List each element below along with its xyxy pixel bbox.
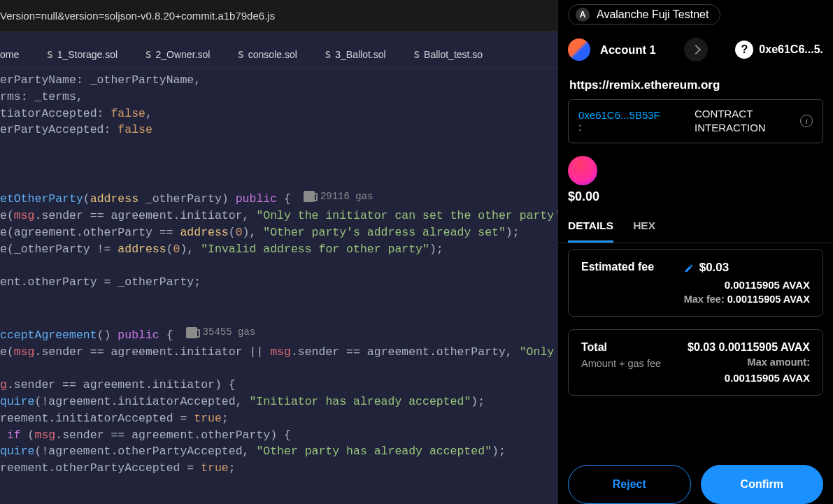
account-avatar [568,38,590,61]
wallet-panel: A Avalanche Fuji Testnet Account 1 ? 0xe… [557,0,833,504]
network-name: Avalanche Fuji Testnet [597,8,709,21]
dapp-origin: https://remix.ethereum.org [569,78,822,92]
code-line: e(msg.sender == agreement.initiator || m… [0,345,557,359]
code-editor[interactable]: erPartyName: _otherPartyName, rms: _term… [0,68,557,504]
tab-owner[interactable]: S2_Owner.sol [145,49,210,60]
total-title: Total [581,341,661,354]
estimated-fee-title: Estimated fee [581,261,654,273]
token-icon [568,156,597,185]
tab-ballot-test[interactable]: SBallot_test.so [414,49,483,60]
fee-native: 0.00115905 AVAX [684,279,810,291]
transaction-type: CONTRACT INTERACTION [695,107,766,136]
gas-value: 29116 gas [320,189,373,206]
code-line: etOtherParty(address _otherParty) public… [0,192,373,206]
recipient-address: 0xe61C6...5. [759,43,823,56]
tab-console-label: console.sol [248,49,297,60]
transaction-box: 0xe61C6...5B53F : CONTRACT INTERACTION i [568,99,823,143]
tab-owner-label: 2_Owner.sol [156,49,211,60]
network-letter-icon: A [576,8,590,22]
reject-button[interactable]: Reject [568,465,691,504]
code-line: e(agreement.otherParty == address(0), "O… [0,226,520,239]
tab-console[interactable]: Sconsole.sol [238,49,297,60]
code-line: e(_otherParty != address(0), "Invalid ad… [0,243,443,256]
gas-pump-icon [186,327,197,338]
code-line: erPartyAccepted: false [0,123,152,136]
network-selector[interactable]: A Avalanche Fuji Testnet [568,4,720,25]
solidity-icon: S [325,49,331,60]
wallet-tabs: DETAILS HEX [558,204,833,243]
total-card: Total Amount + gas fee $0.03 0.00115905 … [568,329,823,396]
tab-ballot-test-label: Ballot_test.so [424,49,483,60]
code-line: ent.otherParty = _otherParty; [0,275,201,289]
code-line: if (msg.sender == agreement.otherParty) … [0,429,291,442]
send-to-arrow [684,38,708,62]
fee-max: Max fee: 0.00115905 AVAX [684,294,810,305]
edit-fee-icon[interactable] [684,263,694,273]
tab-storage[interactable]: S1_Storage.sol [47,49,118,60]
tab-strip: ome S1_Storage.sol S2_Owner.sol Sconsole… [0,32,557,68]
code-line: rms: _terms, [0,90,83,103]
tab-hex[interactable]: HEX [633,219,655,243]
solidity-icon: S [145,49,151,60]
tab-ballot[interactable]: S3_Ballot.sol [325,49,386,60]
tab-ballot-label: 3_Ballot.sol [335,49,385,60]
gas-estimate-badge: 35455 gas [186,324,256,341]
transfer-amount: $0.00 [568,189,823,204]
arrow-right-icon [690,45,700,55]
code-line: e(msg.sender == agreement.initiator, "On… [0,209,557,222]
gas-value: 35455 gas [203,324,256,341]
colon: : [578,121,660,133]
code-line: quire(!agreement.initiatorAccepted, "Ini… [0,395,485,408]
solidity-icon: S [47,49,52,60]
code-line: quire(!agreement.otherPartyAccepted, "Ot… [0,445,506,458]
account-name[interactable]: Account 1 [600,43,656,57]
code-line: g.sender == agreement.initiator) { [0,378,236,391]
info-icon[interactable]: i [800,115,813,127]
code-line: cceptAgreement() public {35455 gas [0,329,255,342]
unknown-address-icon: ? [735,41,753,59]
recipient-chip[interactable]: ? 0xe61C6...5. [735,41,823,59]
solidity-icon: S [238,49,243,60]
editor-pane: Version=null&version=soljson-v0.8.20+com… [0,0,557,504]
code-line: erPartyName: _otherPartyName, [0,73,201,87]
fee-usd: $0.03 [699,261,729,275]
confirm-button[interactable]: Confirm [701,465,824,504]
gas-estimate-badge: 29116 gas [304,189,373,206]
tab-home-label: ome [0,49,19,60]
compiler-version-bar: Version=null&version=soljson-v0.8.20+com… [0,0,557,32]
total-sub: Amount + gas fee [581,358,661,369]
estimated-fee-card: Estimated fee $0.03 0.00115905 AVAX Max … [568,249,823,317]
code-line: reement.initiatorAccepted = true; [0,412,229,425]
tab-details[interactable]: DETAILS [568,219,613,243]
max-amount-value: 0.00115905 AVAX [688,372,810,384]
gas-pump-icon [304,191,315,202]
code-line: tiatorAccepted: false, [0,107,152,120]
total-value: $0.03 0.00115905 AVAX [688,341,810,354]
max-amount: Max amount: [688,357,810,368]
code-line: reement.otherPartyAccepted = true; [0,461,236,475]
tab-storage-label: 1_Storage.sol [57,49,118,60]
solidity-icon: S [414,49,420,60]
contract-address[interactable]: 0xe61C6...5B53F [578,109,660,121]
tab-home[interactable]: ome [0,49,19,60]
